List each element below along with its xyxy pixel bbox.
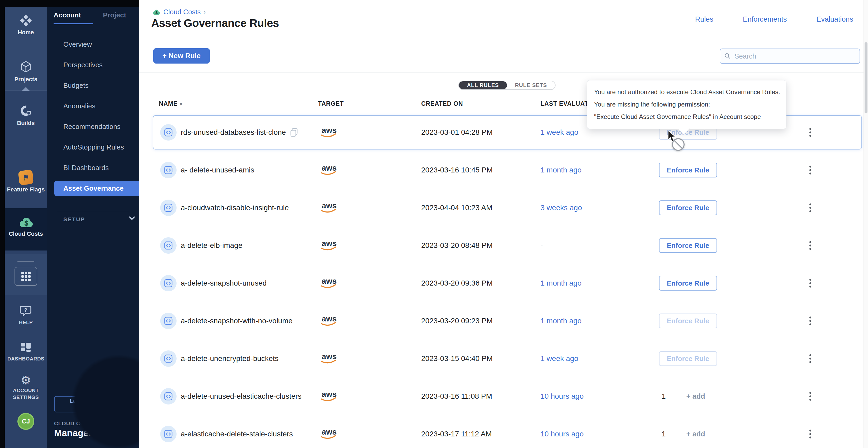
rail-item-feature-flags[interactable]: ⚑ Feature Flags <box>5 170 47 193</box>
rail-item-profile[interactable]: CJ <box>5 413 47 430</box>
table-row[interactable]: a-delete-snapshot-with-no-volume aws 202… <box>153 304 862 338</box>
row-menu-button[interactable] <box>807 201 814 215</box>
row-menu-button[interactable] <box>807 276 814 290</box>
svg-text:aws: aws <box>322 314 337 323</box>
enforce-rule-button[interactable]: Enforce Rule <box>659 238 717 253</box>
rail-item-dashboards[interactable]: DASHBOARDS <box>5 341 47 362</box>
enforcements-cell: 1 + add <box>659 392 722 401</box>
nav-item-perspectives[interactable]: Perspectives <box>47 55 139 75</box>
main-content: $ Cloud Costs › Asset Governance Rules R… <box>139 0 868 448</box>
enforce-rule-button[interactable]: Enforce Rule <box>659 313 717 328</box>
row-menu-button[interactable] <box>807 427 814 441</box>
table-row[interactable]: a-delete-snapshot-unused aws 2023-03-20 … <box>153 266 862 300</box>
avatar[interactable]: CJ <box>18 413 34 430</box>
enforce-rule-button[interactable]: Enforce Rule <box>659 200 717 215</box>
rule-icon <box>160 124 177 141</box>
grid-icon <box>21 272 31 281</box>
tab-rule-sets[interactable]: RULE SETS <box>507 81 555 90</box>
svg-text:aws: aws <box>322 352 337 361</box>
breadcrumb-cloud-costs[interactable]: Cloud Costs <box>163 8 201 16</box>
add-enforcement-link[interactable]: + add <box>686 392 705 401</box>
column-created-on: CREATED ON <box>421 100 463 107</box>
link-evaluations[interactable]: Evaluations <box>816 15 853 24</box>
row-menu-button[interactable] <box>807 126 814 139</box>
nav-item-recommendations[interactable]: Recommendations <box>47 116 139 137</box>
collapse-up-icon[interactable] <box>22 87 30 91</box>
aws-logo: aws <box>318 314 338 328</box>
last-evaluation-link[interactable]: 10 hours ago <box>540 392 584 401</box>
rule-icon <box>160 388 177 405</box>
last-evaluation-link[interactable]: 1 month ago <box>540 279 582 287</box>
table-row[interactable]: a-elasticache-delete-stale-clusters aws … <box>153 417 862 448</box>
nav-item-budgets[interactable]: Budgets <box>47 75 139 96</box>
cloud-costs-icon: $ <box>152 8 161 16</box>
rail-item-projects[interactable]: Projects <box>5 60 47 83</box>
aws-logo: aws <box>318 389 338 403</box>
svg-text:aws: aws <box>322 277 337 285</box>
column-name[interactable]: NAME▾ <box>159 100 182 107</box>
aws-logo: aws <box>318 126 338 139</box>
enforce-rule-button[interactable]: Enforce Rule <box>659 351 717 366</box>
nav-item-setup[interactable]: SETUP <box>63 216 129 222</box>
table-row[interactable]: a-cloudwatch-disable-insight-rule aws 20… <box>153 191 862 225</box>
rail-item-builds[interactable]: Builds <box>5 103 47 127</box>
table-row[interactable]: a- delete-unused-amis aws 2023-03-16 10:… <box>153 153 862 187</box>
rail-item-account-settings[interactable]: ⚙ ACCOUNT SETTINGS <box>5 374 47 401</box>
link-rules[interactable]: Rules <box>695 15 713 24</box>
last-evaluation-link[interactable]: 3 weeks ago <box>540 204 582 212</box>
rail-item-home[interactable]: Home <box>5 14 47 36</box>
row-menu-button[interactable] <box>807 389 814 404</box>
rail-item-help[interactable]: ? HELP <box>5 305 47 326</box>
home-icon <box>19 14 33 27</box>
enforcements-cell: Enforce Rule <box>659 313 722 328</box>
module-nav: Account Project OverviewPerspectivesBudg… <box>47 0 139 448</box>
rail-item-cloud-costs[interactable]: $ Cloud Costs <box>5 216 47 237</box>
tab-account[interactable]: Account <box>54 11 81 19</box>
row-menu-button[interactable] <box>807 314 814 328</box>
last-evaluation-link[interactable]: 1 month ago <box>540 317 582 325</box>
enforce-rule-button[interactable]: Enforce Rule <box>659 276 717 290</box>
enforcements-cell: Enforce Rule <box>659 238 722 253</box>
help-chat-icon: ? <box>19 305 33 317</box>
table-row[interactable]: a-delete-unencrypted-buckets aws 2023-03… <box>153 342 862 376</box>
rule-icon <box>160 162 177 178</box>
last-evaluation-link[interactable]: 1 month ago <box>540 166 582 174</box>
last-evaluation-link[interactable]: 10 hours ago <box>540 430 584 438</box>
nav-item-autostopping-rules[interactable]: AutoStopping Rules <box>47 137 139 158</box>
last-evaluation-link[interactable]: 1 week ago <box>540 354 578 363</box>
tooltip-line: You are not authorized to execute Cloud … <box>594 86 779 98</box>
module-selector-button[interactable] <box>14 267 37 286</box>
table-row[interactable]: a-delete-unused-elasticache-clusters aws… <box>153 379 862 413</box>
page-title: Asset Governance Rules <box>151 17 279 30</box>
rule-name: rds-unused-databases-list-clone <box>181 128 286 137</box>
add-enforcement-link[interactable]: + add <box>686 430 705 438</box>
module-name: Management <box>54 428 111 438</box>
svg-text:aws: aws <box>322 201 337 210</box>
created-on: 2023-03-01 04:28 PM <box>421 128 493 137</box>
tab-all-rules[interactable]: ALL RULES <box>459 81 507 90</box>
last-evaluation-link[interactable]: - <box>540 241 543 250</box>
link-enforcements[interactable]: Enforcements <box>743 15 787 24</box>
row-menu-button[interactable] <box>807 352 814 366</box>
svg-text:aws: aws <box>322 427 337 436</box>
new-rule-button[interactable]: + New Rule <box>153 48 210 64</box>
row-menu-button[interactable] <box>807 163 814 177</box>
last-evaluation-link[interactable]: 1 week ago <box>540 128 578 137</box>
nav-item-asset-governance[interactable]: Asset Governance <box>54 181 139 196</box>
tab-project[interactable]: Project <box>103 11 126 19</box>
module-kicker: CLOUD COST <box>54 421 92 427</box>
scrollbar-thumb[interactable] <box>865 42 867 113</box>
rule-name: a-elasticache-delete-stale-clusters <box>181 430 293 438</box>
launch-ccm-first-gen-button[interactable]: Launch CCM First Generation <box>54 396 132 412</box>
nav-item-bi-dashboards[interactable]: BI Dashboards <box>47 158 139 178</box>
scrollbar[interactable] <box>864 0 868 448</box>
nav-item-overview[interactable]: Overview <box>47 34 139 55</box>
scope-tabs: Account Project <box>54 11 133 24</box>
enforce-rule-button[interactable]: Enforce Rule <box>659 163 717 177</box>
search-input[interactable] <box>735 52 855 60</box>
svg-text:aws: aws <box>322 239 337 248</box>
copy-icon[interactable] <box>290 128 298 137</box>
row-menu-button[interactable] <box>807 239 814 252</box>
nav-item-anomalies[interactable]: Anomalies <box>47 96 139 116</box>
table-row[interactable]: a-delete-elb-image aws 2023-03-20 08:48 … <box>153 228 862 263</box>
